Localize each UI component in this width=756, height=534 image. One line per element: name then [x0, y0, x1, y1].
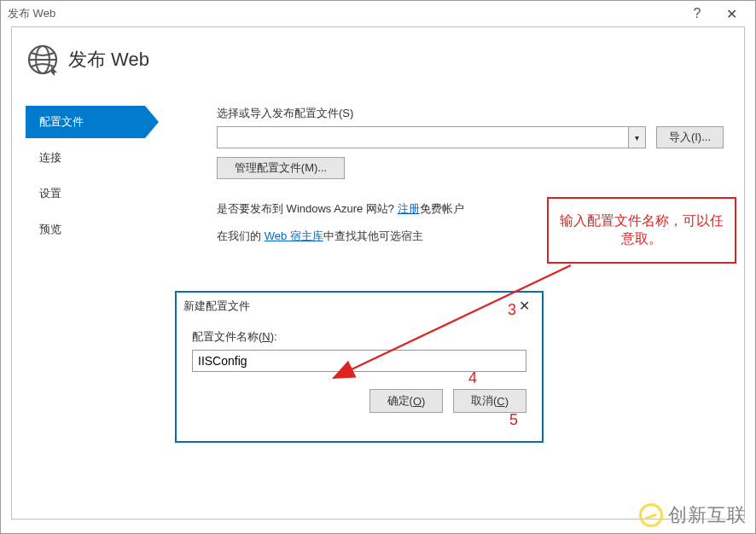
tab-profile[interactable]: 配置文件: [26, 106, 145, 138]
dialog-title: 新建配置文件: [183, 299, 250, 314]
profile-name-label: 配置文件名称(N):: [192, 329, 526, 345]
webhost-link[interactable]: Web 宿主库: [265, 229, 323, 242]
dialog-close-icon[interactable]: ✕: [514, 298, 535, 314]
window-title: 发布 Web: [8, 6, 680, 21]
annotation-5: 5: [509, 411, 518, 429]
register-link[interactable]: 注册: [398, 202, 420, 215]
close-icon[interactable]: ✕: [714, 6, 748, 22]
ok-button[interactable]: 确定(O): [369, 389, 443, 413]
annotation-callout: 输入配置文件名称，可以任意取。: [547, 197, 736, 264]
new-profile-dialog: 新建配置文件 ✕ 配置文件名称(N): 确定(O) 取消(C): [175, 291, 544, 443]
host-hint-suffix: 中查找其他可选宿主: [323, 229, 423, 242]
watermark-logo-icon: [639, 503, 663, 527]
tab-preview[interactable]: 预览: [26, 213, 183, 246]
profile-combo[interactable]: ▾: [217, 126, 646, 148]
azure-hint-prefix: 是否要发布到 Windows Azure 网站?: [217, 202, 398, 215]
host-hint-prefix: 在我们的: [217, 229, 265, 242]
watermark-text: 创新互联: [668, 502, 747, 528]
globe-icon: [26, 43, 60, 77]
azure-hint-suffix: 免费帐户: [420, 202, 464, 215]
manage-profiles-button[interactable]: 管理配置文件(M)...: [217, 157, 345, 179]
chevron-down-icon[interactable]: ▾: [628, 127, 645, 148]
tab-connection[interactable]: 连接: [26, 142, 183, 174]
main-frame: 发布 Web 配置文件 连接 设置 预览 选择或导入发布配置文件(S) ▾ 导入…: [11, 26, 745, 519]
annotation-3: 3: [508, 301, 516, 319]
select-profile-label: 选择或导入发布配置文件(S): [217, 106, 724, 121]
cancel-button[interactable]: 取消(C): [453, 389, 526, 413]
import-button[interactable]: 导入(I)...: [656, 126, 724, 148]
help-icon[interactable]: ?: [680, 6, 714, 21]
page-title: 发布 Web: [68, 47, 149, 73]
annotation-4: 4: [468, 369, 477, 387]
profile-combo-input[interactable]: [218, 127, 628, 148]
tab-settings[interactable]: 设置: [26, 177, 183, 210]
sidebar: 配置文件 连接 设置 预览: [12, 106, 183, 249]
watermark: 创新互联: [639, 502, 747, 528]
